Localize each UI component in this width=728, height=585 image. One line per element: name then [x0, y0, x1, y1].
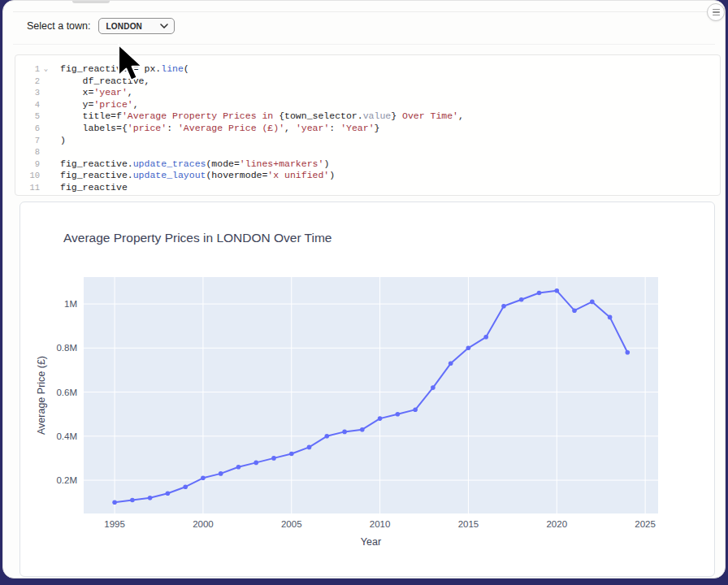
data-point-marker: [572, 308, 577, 313]
data-point-marker: [501, 304, 506, 309]
chart-output-cell: Average Property Prices in LONDON Over T…: [20, 202, 715, 577]
data-point-marker: [342, 430, 347, 435]
data-point-marker: [183, 484, 188, 489]
code-line[interactable]: 8: [15, 146, 720, 158]
data-point-marker: [112, 500, 117, 505]
line-number: 4: [15, 99, 40, 111]
x-tick-label: 2000: [193, 519, 214, 529]
data-point-marker: [271, 456, 276, 461]
y-tick-label: 0.4M: [56, 431, 77, 441]
y-tick-label: 1M: [64, 299, 77, 309]
data-point-marker: [219, 471, 223, 476]
town-selector-cell: Select a town: LONDON: [27, 17, 175, 35]
fold-spacer: [40, 158, 52, 171]
menu-button[interactable]: [707, 3, 725, 21]
y-tick-label: 0.8M: [56, 343, 77, 353]
line-number: 10: [15, 170, 40, 182]
code-line[interactable]: 1⌄fig_reactive = px.line(: [15, 63, 720, 76]
x-axis-title: Year: [361, 536, 381, 548]
data-point-marker: [130, 498, 135, 503]
line-number: 9: [15, 158, 40, 171]
y-tick-label: 0.2M: [56, 475, 77, 485]
data-point-marker: [254, 461, 258, 466]
data-point-marker: [555, 288, 560, 293]
code-lines: 1⌄fig_reactive = px.line(2 df_reactive,3…: [15, 63, 720, 194]
data-point-marker: [537, 291, 542, 296]
code-editor[interactable]: 1⌄fig_reactive = px.line(2 df_reactive,3…: [15, 54, 721, 196]
code-content: ): [52, 135, 66, 147]
plot-area[interactable]: [84, 277, 658, 514]
divider: [13, 44, 715, 45]
divider: [13, 11, 715, 12]
data-point-marker: [325, 434, 330, 439]
data-point-marker: [483, 335, 488, 340]
x-tick-label: 2010: [370, 519, 391, 529]
fold-spacer: [40, 76, 52, 88]
code-line[interactable]: 7): [15, 135, 720, 147]
x-tick-label: 2025: [635, 519, 656, 529]
code-content: [52, 146, 60, 158]
data-point-marker: [626, 350, 630, 355]
x-tick-label: 2005: [281, 519, 302, 529]
town-select-label: Select a town:: [27, 20, 91, 32]
code-line[interactable]: 3 x='year',: [15, 87, 720, 99]
x-tick-label: 2015: [458, 519, 479, 529]
line-number: 6: [15, 123, 40, 135]
town-select[interactable]: LONDON: [98, 18, 175, 34]
y-axis-title: Average Price (£): [36, 356, 47, 435]
town-select-value: LONDON: [106, 22, 143, 31]
data-point-marker: [236, 465, 241, 470]
line-number: 1: [15, 63, 40, 76]
data-point-marker: [466, 346, 471, 351]
code-line[interactable]: 5 title=f'Average Property Prices in {to…: [15, 110, 720, 123]
code-line[interactable]: 2 df_reactive,: [15, 76, 720, 88]
line-number: 11: [15, 182, 40, 194]
line-number: 2: [15, 76, 40, 88]
code-content: title=f'Average Property Prices in {town…: [52, 110, 464, 123]
fold-spacer: [40, 87, 52, 99]
code-line[interactable]: 9fig_reactive.update_traces(mode='lines+…: [15, 158, 720, 171]
data-point-marker: [166, 492, 171, 496]
data-point-marker: [608, 315, 613, 320]
data-point-marker: [448, 362, 453, 366]
data-point-marker: [148, 496, 153, 500]
code-content: y='price',: [52, 99, 139, 111]
line-number: 7: [15, 135, 40, 147]
x-tick-label: 2020: [546, 519, 567, 529]
fold-spacer: [40, 123, 52, 135]
fold-spacer: [40, 135, 52, 147]
y-tick-label: 0.6M: [56, 388, 77, 397]
property-price-chart[interactable]: 0.2M0.4M0.6M0.8M1M1995200020052010201520…: [20, 202, 714, 576]
data-point-marker: [431, 385, 436, 390]
clipped-toolbar-fragment: [72, 1, 110, 3]
line-number: 3: [15, 87, 40, 99]
data-point-marker: [396, 412, 401, 417]
data-point-marker: [590, 300, 595, 305]
code-line[interactable]: 10fig_reactive.update_layout(hovermode='…: [15, 170, 720, 182]
x-tick-label: 1995: [104, 519, 125, 529]
data-point-marker: [289, 452, 294, 457]
data-point-marker: [413, 408, 418, 413]
code-content: df_reactive,: [52, 76, 150, 88]
data-point-marker: [519, 297, 524, 302]
code-content: fig_reactive.update_layout(hovermode='x …: [52, 170, 335, 182]
line-number: 5: [15, 110, 40, 123]
code-content: x='year',: [52, 87, 133, 99]
data-point-marker: [360, 427, 365, 432]
code-content: labels={'price': 'Average Price (£)', 'y…: [52, 123, 379, 135]
line-number: 8: [15, 146, 40, 158]
fold-arrow-icon[interactable]: ⌄: [40, 63, 52, 76]
code-content: fig_reactive = px.line(: [52, 63, 189, 76]
code-line[interactable]: 6 labels={'price': 'Average Price (£)', …: [15, 123, 720, 135]
code-line[interactable]: 11fig_reactive: [15, 182, 720, 194]
data-point-marker: [201, 476, 206, 481]
chevron-down-icon: [160, 24, 168, 28]
data-point-marker: [307, 445, 312, 450]
hamburger-icon: [713, 9, 720, 11]
code-line[interactable]: 4 y='price',: [15, 99, 720, 111]
fold-spacer: [40, 99, 52, 111]
fold-spacer: [40, 170, 52, 182]
fold-spacer: [40, 146, 52, 158]
code-content: fig_reactive.update_traces(mode='lines+m…: [52, 158, 329, 171]
notebook-card: Select a town: LONDON 1⌄fig_reactive = p…: [2, 0, 726, 578]
